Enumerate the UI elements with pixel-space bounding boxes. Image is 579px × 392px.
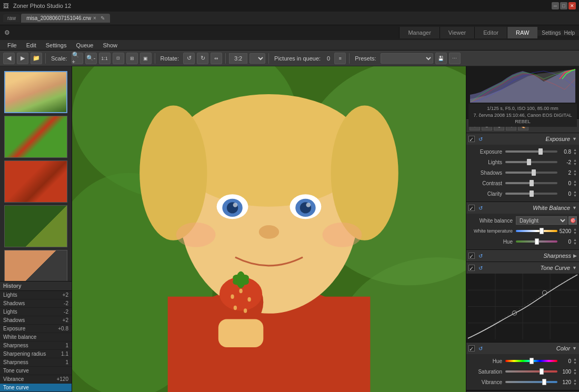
vibrance-up-arrow[interactable]: ▲ <box>573 378 577 382</box>
history-row[interactable]: White balance <box>0 333 72 341</box>
show-menu[interactable]: Show <box>98 41 122 49</box>
exposure-refresh[interactable]: ↺ <box>477 135 484 143</box>
color-hue-slider[interactable] <box>505 360 557 362</box>
exposure-collapse-icon[interactable]: ▼ <box>572 136 577 142</box>
tone-curve-checkbox[interactable]: ✓ <box>468 265 475 271</box>
contrast-up-arrow[interactable]: ▲ <box>573 179 577 183</box>
thumbnail-5[interactable] <box>4 250 67 281</box>
exposure-down-arrow[interactable]: ▼ <box>573 152 577 155</box>
shadows-slider[interactable] <box>505 172 557 174</box>
rotate-left-button[interactable]: ↺ <box>183 53 195 64</box>
thumbnail-4[interactable] <box>4 205 67 247</box>
thumbnail-1[interactable] <box>4 71 67 113</box>
shadows-up-arrow[interactable]: ▲ <box>573 169 577 173</box>
tone-curve-refresh[interactable]: ↺ <box>477 264 484 272</box>
wb-checkbox[interactable]: ✓ <box>468 205 475 211</box>
vibrance-down-arrow[interactable]: ▼ <box>573 382 577 386</box>
history-row[interactable]: Shadows-2 <box>0 299 72 308</box>
history-row[interactable]: Lights+2 <box>0 291 72 299</box>
color-checkbox[interactable]: ✓ <box>468 345 475 351</box>
history-row[interactable]: Tone curve <box>0 367 72 375</box>
photo-tab-close[interactable]: × <box>93 15 96 21</box>
manager-tab[interactable]: Manager <box>399 27 439 38</box>
forward-button[interactable]: ▶ <box>17 53 28 64</box>
wb-temp-up-arrow[interactable]: ▲ <box>573 227 577 231</box>
close-button[interactable]: ✕ <box>568 2 576 9</box>
preset-save-button[interactable]: 💾 <box>435 53 447 64</box>
history-row[interactable]: Sharpening radius1.1 <box>0 350 72 358</box>
wb-eyedropper-button[interactable]: 🎯 <box>568 216 577 225</box>
lights-down-arrow[interactable]: ▼ <box>573 162 577 166</box>
history-row[interactable]: Lights-2 <box>0 308 72 316</box>
back-button[interactable]: ◀ <box>3 53 15 64</box>
file-menu[interactable]: File <box>3 41 21 49</box>
sharpness-header[interactable]: ✓ ↺ Sharpness ▶ <box>466 250 579 262</box>
saturation-slider[interactable] <box>505 370 557 373</box>
contrast-slider[interactable] <box>505 182 557 184</box>
wb-temp-down-arrow[interactable]: ▼ <box>573 231 577 235</box>
tone-curve-collapse-icon[interactable]: ▼ <box>572 265 577 270</box>
exposure-header[interactable]: ✓ ↺ Exposure ▼ <box>466 133 579 145</box>
settings-gear-icon[interactable]: ⚙ <box>4 29 10 36</box>
editor-tab[interactable]: Editor <box>474 27 507 38</box>
wb-collapse-icon[interactable]: ▼ <box>572 205 577 210</box>
edit-menu[interactable]: Edit <box>22 41 41 49</box>
sharpness-checkbox[interactable]: ✓ <box>468 253 475 259</box>
scale-dropdown[interactable]: % <box>249 53 265 64</box>
raw-mode-tab[interactable]: RAW <box>507 27 537 38</box>
viewer-tab[interactable]: Viewer <box>440 27 474 38</box>
history-row[interactable]: Sharpness1 <box>0 341 72 350</box>
fit-window-button[interactable]: ⊡ <box>113 53 124 64</box>
wb-hue-up-arrow[interactable]: ▲ <box>573 238 577 242</box>
settings-menu[interactable]: Settings <box>42 41 71 49</box>
preset-options-button[interactable]: ⋯ <box>449 53 461 64</box>
folder-button[interactable]: 📁 <box>31 53 42 64</box>
thumbnail-3[interactable] <box>4 160 67 203</box>
presets-dropdown[interactable] <box>381 53 433 64</box>
color-hue-down-arrow[interactable]: ▼ <box>573 361 577 365</box>
zoom-out-button[interactable]: 🔍- <box>85 53 97 64</box>
exposure-up-arrow[interactable]: ▲ <box>573 148 577 152</box>
wb-header[interactable]: ✓ ↺ White Balance ▼ <box>466 202 579 214</box>
color-collapse-icon[interactable]: ▼ <box>572 346 577 351</box>
clarity-slider[interactable] <box>505 193 557 195</box>
wb-temp-slider[interactable] <box>516 230 557 232</box>
scale-input[interactable] <box>229 53 247 64</box>
sharpness-collapse-icon[interactable]: ▶ <box>573 253 577 258</box>
help-link[interactable]: Help <box>564 30 575 36</box>
exposure-slider[interactable] <box>505 150 557 153</box>
lights-slider[interactable] <box>505 161 557 163</box>
minimize-button[interactable]: ─ <box>552 2 559 9</box>
flip-button[interactable]: ⇔ <box>211 53 222 64</box>
wb-hue-slider[interactable] <box>516 240 557 243</box>
color-hue-up-arrow[interactable]: ▲ <box>573 357 577 361</box>
color-header[interactable]: ✓ ↺ Color ▼ <box>466 343 579 354</box>
queue-button[interactable]: ≡ <box>334 53 346 64</box>
lights-up-arrow[interactable]: ▲ <box>573 158 577 162</box>
exposure-checkbox[interactable]: ✓ <box>468 136 475 142</box>
raw-tab[interactable]: raw <box>3 14 20 22</box>
photo-tab[interactable]: misa_20080607151046.crw × ✎ <box>21 14 110 23</box>
saturation-up-arrow[interactable]: ▲ <box>573 368 577 371</box>
history-row[interactable]: Sharpness1 <box>0 358 72 367</box>
frame-button[interactable]: ▣ <box>140 53 152 64</box>
thumbnail-2[interactable] <box>4 116 67 158</box>
clarity-up-arrow[interactable]: ▲ <box>573 190 577 194</box>
history-row[interactable]: Exposure+0.8 <box>0 325 72 333</box>
saturation-down-arrow[interactable]: ▼ <box>573 371 577 375</box>
zoom-in-button[interactable]: 🔍+ <box>72 53 83 64</box>
maximize-button[interactable]: □ <box>560 2 567 9</box>
tone-curve-canvas[interactable] <box>466 274 579 342</box>
tone-curve-header[interactable]: ✓ ↺ Tone Curve ▼ <box>466 262 579 274</box>
sharpness-refresh[interactable]: ↺ <box>477 252 484 259</box>
history-row[interactable]: Vibrance+120 <box>0 375 72 384</box>
contrast-down-arrow[interactable]: ▼ <box>573 183 577 187</box>
history-row[interactable]: Shadows+2 <box>0 316 72 325</box>
wb-refresh[interactable]: ↺ <box>477 204 484 212</box>
wb-preset-dropdown[interactable]: Daylight <box>516 216 567 225</box>
actual-size-button[interactable]: ⊞ <box>126 53 138 64</box>
rotate-right-button[interactable]: ↻ <box>197 53 208 64</box>
vibrance-slider[interactable] <box>505 381 557 383</box>
shadows-down-arrow[interactable]: ▼ <box>573 173 577 176</box>
color-refresh[interactable]: ↺ <box>477 345 484 352</box>
